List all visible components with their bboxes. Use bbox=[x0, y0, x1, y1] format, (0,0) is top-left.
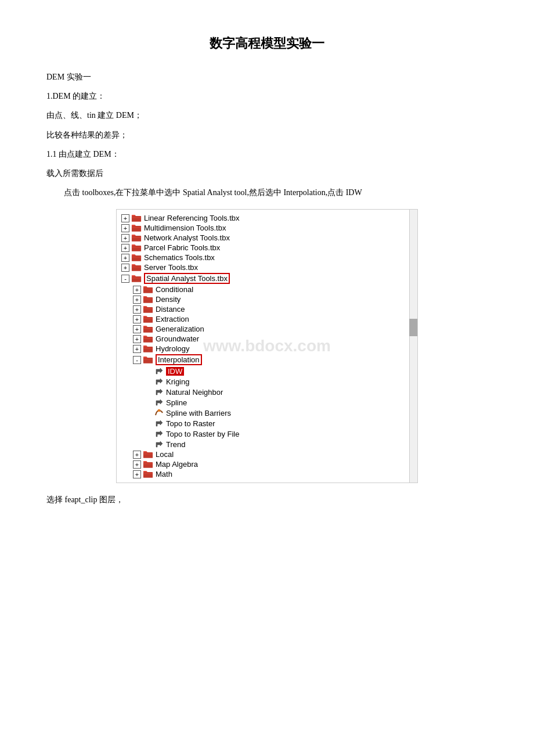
svg-rect-34 bbox=[158, 409, 160, 412]
folder-icon bbox=[143, 355, 153, 364]
svg-rect-27 bbox=[143, 348, 153, 349]
tree-item[interactable]: +Density bbox=[117, 294, 417, 304]
paragraph-toolbox-instruction: 点击 toolboxes,在下拉菜单中选中 Spatial Analyst to… bbox=[64, 185, 488, 200]
folder-icon bbox=[131, 224, 142, 232]
folder-icon bbox=[143, 285, 153, 294]
scrollbar-track[interactable] bbox=[409, 210, 417, 483]
expand-icon[interactable]: + bbox=[121, 234, 129, 242]
collapse-icon[interactable]: - bbox=[121, 275, 129, 283]
paragraph-dem-method: 由点、线、tin 建立 DEM； bbox=[46, 108, 488, 123]
svg-rect-15 bbox=[143, 289, 153, 290]
tree-item[interactable]: +Generalization bbox=[117, 324, 417, 334]
expand-icon[interactable]: + bbox=[133, 315, 141, 323]
svg-rect-39 bbox=[143, 453, 153, 455]
expand-icon[interactable]: + bbox=[121, 224, 129, 232]
tree-item[interactable]: Spline bbox=[117, 397, 417, 408]
tree-item[interactable]: Spline with Barriers bbox=[117, 408, 417, 418]
tree-item[interactable]: +Network Analyst Tools.tbx bbox=[117, 233, 417, 243]
folder-icon bbox=[143, 315, 153, 323]
folder-icon bbox=[131, 214, 142, 222]
tree-item[interactable]: +Math bbox=[117, 469, 417, 479]
svg-rect-4 bbox=[132, 236, 141, 242]
tree-item-label: Network Analyst Tools.tbx bbox=[144, 233, 230, 242]
svg-rect-22 bbox=[143, 327, 153, 333]
folder-icon bbox=[143, 295, 153, 304]
tree-item[interactable]: +Schematics Tools.tbx bbox=[117, 253, 417, 262]
tree-item-label: Hydrology bbox=[156, 344, 190, 353]
folder-icon bbox=[131, 243, 142, 252]
expand-icon[interactable]: + bbox=[133, 296, 141, 304]
tree-item-label: Topo to Raster by File bbox=[166, 430, 239, 438]
tree-item[interactable]: +Extraction bbox=[117, 314, 417, 324]
paragraph-dem-load: 载入所需数据后 bbox=[46, 166, 488, 181]
folder-icon bbox=[143, 470, 153, 478]
tree-item[interactable]: -Spatial Analyst Tools.tbx bbox=[117, 272, 417, 285]
tree-item[interactable]: Kriging bbox=[117, 376, 417, 387]
tree-item[interactable]: +Parcel Fabric Tools.tbx bbox=[117, 243, 417, 253]
tree-item-label: Server Tools.tbx bbox=[144, 263, 198, 272]
tree-item[interactable]: +Multidimension Tools.tbx bbox=[117, 223, 417, 233]
tree-item[interactable]: +Local bbox=[117, 449, 417, 459]
expand-icon[interactable]: + bbox=[121, 214, 129, 222]
tree-item-label: IDW bbox=[166, 367, 184, 376]
tree-item[interactable]: +Hydrology bbox=[117, 344, 417, 354]
scrollbar-thumb[interactable] bbox=[409, 319, 417, 336]
svg-marker-37 bbox=[156, 441, 163, 447]
expand-icon[interactable]: + bbox=[133, 345, 141, 353]
svg-rect-40 bbox=[143, 462, 153, 468]
expand-icon[interactable]: + bbox=[133, 335, 141, 343]
tree-item-label: Interpolation bbox=[156, 354, 202, 365]
svg-marker-31 bbox=[156, 379, 163, 384]
paragraph-dem-point: 1.1 由点建立 DEM： bbox=[46, 147, 488, 161]
expand-icon[interactable]: + bbox=[133, 451, 141, 459]
svg-rect-18 bbox=[143, 307, 153, 313]
svg-rect-9 bbox=[132, 257, 141, 258]
tree-item[interactable]: Topo to Raster bbox=[117, 418, 417, 429]
tree-item-label: Distance bbox=[156, 305, 185, 314]
expand-icon[interactable]: + bbox=[133, 305, 141, 314]
tool-icon bbox=[154, 440, 164, 449]
expand-icon[interactable]: + bbox=[133, 470, 141, 478]
tree-item[interactable]: -Interpolation bbox=[117, 354, 417, 366]
tree-item-label: Density bbox=[156, 295, 181, 304]
expand-icon[interactable]: + bbox=[121, 264, 129, 272]
svg-marker-36 bbox=[156, 431, 163, 437]
expand-icon[interactable]: + bbox=[133, 325, 141, 333]
expand-icon[interactable]: + bbox=[133, 286, 141, 294]
tree-item[interactable]: IDW bbox=[117, 366, 417, 376]
footer-text: 选择 feapt_clip 图层， bbox=[46, 492, 488, 507]
paragraph-dem-compare: 比较各种结果的差异； bbox=[46, 128, 488, 142]
svg-rect-8 bbox=[132, 255, 141, 261]
tree-item[interactable]: +Conditional bbox=[117, 285, 417, 294]
expand-icon[interactable]: + bbox=[133, 460, 141, 469]
svg-rect-43 bbox=[143, 473, 153, 474]
svg-rect-26 bbox=[143, 347, 153, 352]
expand-icon[interactable]: + bbox=[121, 244, 129, 252]
tree-item-label: Local bbox=[156, 450, 174, 459]
svg-rect-23 bbox=[143, 328, 153, 329]
tree-item[interactable]: Trend bbox=[117, 439, 417, 449]
expand-icon[interactable]: + bbox=[121, 254, 129, 262]
tree-item[interactable]: +Linear Referencing Tools.tbx bbox=[117, 213, 417, 223]
folder-icon bbox=[131, 233, 142, 242]
paragraph-dem-build: 1.DEM 的建立： bbox=[46, 89, 488, 103]
svg-rect-3 bbox=[132, 227, 141, 228]
tree-item-label: Conditional bbox=[156, 285, 193, 294]
tree-item-label: Parcel Fabric Tools.tbx bbox=[144, 243, 220, 252]
tree-item[interactable]: Topo to Raster by File bbox=[117, 429, 417, 439]
tree-item[interactable]: Natural Neighbor bbox=[117, 387, 417, 397]
svg-rect-14 bbox=[143, 287, 153, 293]
paragraph-dem-intro: DEM 实验一 bbox=[46, 70, 488, 84]
tree-item[interactable]: +Distance bbox=[117, 304, 417, 314]
svg-rect-19 bbox=[143, 308, 153, 309]
tree-item[interactable]: +Groundwater bbox=[117, 334, 417, 344]
svg-marker-35 bbox=[156, 420, 163, 426]
tree-item[interactable]: +Server Tools.tbx bbox=[117, 262, 417, 272]
tool-icon bbox=[154, 398, 164, 407]
tree-item-label: Natural Neighbor bbox=[166, 388, 223, 397]
folder-icon bbox=[143, 305, 153, 314]
svg-marker-33 bbox=[156, 399, 163, 405]
folder-icon bbox=[143, 460, 153, 469]
tree-item[interactable]: +Map Algebra bbox=[117, 459, 417, 469]
collapse-icon[interactable]: - bbox=[133, 356, 141, 364]
